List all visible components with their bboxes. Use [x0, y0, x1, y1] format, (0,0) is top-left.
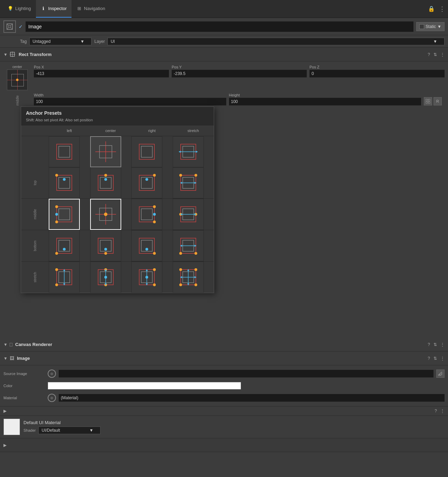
- material-field-label: Material: [3, 396, 45, 400]
- width-group: Width: [34, 93, 226, 105]
- pos-z-group: Pos Z: [309, 65, 445, 77]
- pos-x-input[interactable]: [34, 70, 169, 77]
- color-row: Color: [0, 380, 448, 392]
- svg-marker-118: [187, 283, 189, 286]
- static-button[interactable]: Static ▼: [416, 22, 445, 31]
- pos-x-group: Pos X: [34, 65, 169, 77]
- material-input[interactable]: [59, 394, 445, 402]
- shader-label: Shader: [23, 428, 36, 432]
- image-settings-icon[interactable]: ⇅: [433, 356, 437, 361]
- svg-rect-9: [426, 99, 428, 101]
- anchor-widget[interactable]: [7, 69, 28, 90]
- object-name-input[interactable]: [26, 21, 413, 32]
- source-image-label: Source Image: [3, 372, 45, 376]
- image-overflow-icon[interactable]: ⋮: [440, 356, 445, 361]
- layer-dropdown[interactable]: UI ▼: [107, 38, 445, 45]
- pos-x-label: Pos X: [34, 65, 169, 69]
- image-section-arrow[interactable]: ▼: [3, 356, 7, 361]
- svg-marker-104: [146, 269, 148, 271]
- section2-settings-icon[interactable]: ⇅: [433, 342, 437, 347]
- anchor-preset-middle-center[interactable]: [90, 199, 121, 230]
- image-help-icon[interactable]: ?: [428, 356, 430, 361]
- anchor-preset-bottom-center[interactable]: [90, 230, 121, 261]
- shader-dropdown[interactable]: UI/Default ▼: [38, 427, 101, 434]
- anchor-preset-row2-right[interactable]: [131, 167, 162, 198]
- tab-navigation[interactable]: ⊞ Navigation: [72, 0, 110, 18]
- tag-label: Tag: [20, 39, 27, 44]
- mat-overflow-icon[interactable]: ⋮: [440, 409, 445, 413]
- anchor-preset-row2-stretch[interactable]: [173, 167, 204, 198]
- anchor-preset-stretch-center[interactable]: [90, 262, 121, 293]
- pos-y-label: Pos Y: [172, 65, 307, 69]
- pos-y-input[interactable]: [172, 70, 307, 77]
- anchor-preset-bottom-left[interactable]: [49, 230, 80, 261]
- section2-overflow-icon[interactable]: ⋮: [440, 342, 445, 347]
- overflow-icon[interactable]: ⋮: [440, 52, 445, 57]
- source-image-input[interactable]: [59, 370, 433, 377]
- anchor-preset-row2-left[interactable]: [49, 167, 80, 198]
- anchor-preset-stretch-stretch[interactable]: [173, 262, 204, 293]
- anchor-preset-middle-right[interactable]: [131, 199, 162, 230]
- middle-label: middle: [3, 95, 31, 105]
- pos-z-input[interactable]: [309, 70, 445, 77]
- rect-transform-section-header: ▼ Rect Transform ? ⇅ ⋮: [0, 48, 448, 62]
- source-image-circle[interactable]: ◎: [48, 370, 56, 378]
- color-swatch[interactable]: [48, 382, 241, 390]
- image-fields: Source Image ◎ Color Material ◎: [0, 365, 448, 406]
- svg-marker-23: [179, 151, 181, 153]
- svg-marker-114: [180, 276, 182, 278]
- tab-inspector[interactable]: ℹ Inspector: [36, 0, 72, 18]
- svg-point-35: [153, 174, 156, 177]
- svg-rect-10: [428, 99, 430, 101]
- svg-line-119: [441, 372, 442, 373]
- static-checkbox[interactable]: [419, 24, 424, 29]
- tag-dropdown[interactable]: Untagged ▼: [29, 38, 92, 45]
- anchor-preset-top-left[interactable]: [49, 136, 80, 167]
- r-button[interactable]: R: [433, 97, 442, 105]
- svg-point-111: [179, 283, 182, 286]
- anchor-preset-middle-left[interactable]: [49, 199, 80, 230]
- tab-lighting[interactable]: 💡 Lighting: [3, 0, 36, 18]
- material-expand-arrow[interactable]: ▶: [3, 409, 7, 413]
- material-thumbnail: [3, 419, 20, 435]
- bottom-section-arrow[interactable]: ▶: [3, 443, 7, 448]
- svg-point-72: [104, 248, 107, 251]
- svg-marker-83: [194, 245, 197, 247]
- mat-help-icon[interactable]: ?: [435, 409, 437, 413]
- settings-icon[interactable]: ⇅: [433, 52, 437, 57]
- help-icon[interactable]: ?: [428, 52, 430, 57]
- section2-collapse-arrow[interactable]: ▼: [3, 342, 7, 347]
- anchor-preset-bottom-stretch[interactable]: [173, 230, 204, 261]
- material-circle[interactable]: ◎: [48, 394, 56, 402]
- lock-icon[interactable]: 🔒: [428, 6, 435, 12]
- static-label: Static: [426, 24, 436, 29]
- rect-transform-collapse-arrow[interactable]: ▼: [3, 52, 7, 57]
- tab-bar-menu-icon[interactable]: ⋮: [439, 5, 445, 13]
- shader-row: Shader UI/Default ▼: [23, 427, 101, 434]
- anchor-preset-top-center[interactable]: [90, 136, 121, 167]
- eyedropper-btn[interactable]: [436, 370, 445, 378]
- anchor-preset-top-right[interactable]: [131, 136, 162, 167]
- anchor-preset-row2-center[interactable]: [90, 167, 121, 198]
- width-input[interactable]: [34, 98, 226, 105]
- constrain-icon-btn[interactable]: [424, 97, 432, 105]
- anchor-preset-stretch-right[interactable]: [131, 262, 162, 293]
- svg-rect-12: [428, 102, 430, 103]
- static-dropdown-arrow[interactable]: ▼: [437, 24, 441, 29]
- section2-help-icon[interactable]: ?: [428, 342, 430, 347]
- pos-z-label: Pos Z: [309, 65, 445, 69]
- active-checkbox[interactable]: ✓: [19, 24, 23, 29]
- height-input[interactable]: [229, 98, 421, 105]
- anchor-preset-stretch-left[interactable]: [49, 262, 80, 293]
- bottom-section-header: ▶: [0, 438, 448, 452]
- navigation-icon: ⊞: [76, 6, 82, 11]
- layer-value: UI: [111, 39, 115, 44]
- section-actions: ? ⇅ ⋮: [428, 52, 445, 57]
- anchor-preset-top-stretch[interactable]: [173, 136, 204, 167]
- anchor-presets-title: Anchor Presets: [21, 107, 214, 117]
- anchor-preset-middle-stretch[interactable]: [173, 199, 204, 230]
- anchor-preset-bottom-right[interactable]: [131, 230, 162, 261]
- svg-point-48: [55, 221, 58, 223]
- pos-y-group: Pos Y: [172, 65, 307, 77]
- row-label-stretch: stretch: [33, 272, 37, 282]
